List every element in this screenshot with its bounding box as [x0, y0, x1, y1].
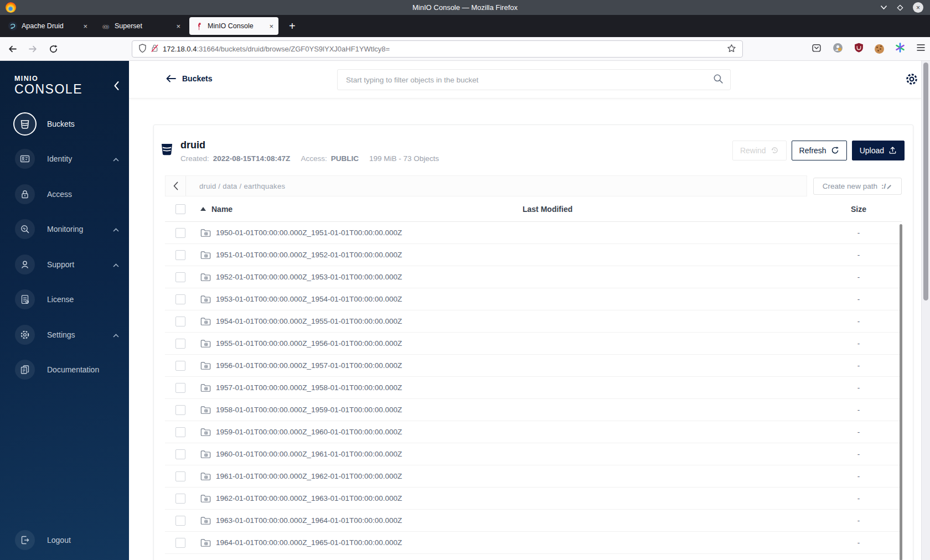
row-checkbox[interactable] — [175, 228, 185, 238]
sidebar-item-label: Identity — [47, 154, 72, 163]
object-row[interactable]: 1962-01-01T00:00:00.000Z_1963-01-01T00:0… — [165, 488, 902, 510]
row-checkbox[interactable] — [175, 317, 185, 326]
object-row[interactable]: 1964-01-01T00:00:00.000Z_1965-01-01T00:0… — [165, 532, 902, 554]
sidebar-item-label: Access — [47, 190, 72, 199]
object-row[interactable]: 1952-01-01T00:00:00.000Z_1953-01-01T00:0… — [165, 266, 902, 288]
chevron-up-icon[interactable] — [113, 330, 119, 339]
row-checkbox[interactable] — [175, 383, 185, 393]
object-row[interactable]: 1963-01-01T00:00:00.000Z_1964-01-01T00:0… — [165, 510, 902, 532]
object-row[interactable]: 1957-01-01T00:00:00.000Z_1958-01-01T00:0… — [165, 377, 902, 399]
tab-close-icon[interactable]: × — [80, 22, 87, 30]
chevron-up-icon[interactable] — [113, 154, 119, 163]
object-name: 1961-01-01T00:00:00.000Z_1962-01-01T00:0… — [216, 472, 402, 480]
tab-close-icon[interactable]: × — [173, 22, 180, 30]
row-checkbox[interactable] — [175, 427, 185, 437]
column-header-name[interactable]: Name — [196, 205, 523, 214]
row-checkbox[interactable] — [175, 494, 185, 504]
object-row[interactable]: 1961-01-01T00:00:00.000Z_1962-01-01T00:0… — [165, 465, 902, 488]
object-row[interactable]: 1950-01-01T00:00:00.000Z_1951-01-01T00:0… — [165, 222, 902, 244]
sidebar-collapse-icon[interactable] — [113, 81, 120, 93]
tab-minio-console[interactable]: MinIO Console × — [189, 17, 278, 35]
chevron-up-icon[interactable] — [113, 225, 119, 234]
bucket-name: druid — [180, 139, 439, 151]
forward-icon[interactable] — [24, 40, 41, 57]
upload-icon — [888, 146, 897, 154]
row-checkbox[interactable] — [175, 538, 185, 548]
window-minimize-icon[interactable] — [880, 5, 887, 10]
sidebar-item-buckets[interactable]: Buckets — [0, 106, 129, 142]
create-new-path-button[interactable]: Create new path :/ — [813, 178, 902, 195]
refresh-button[interactable]: Refresh — [792, 141, 847, 160]
select-all-checkbox[interactable] — [175, 204, 185, 214]
object-row[interactable]: 1951-01-01T00:00:00.000Z_1952-01-01T00:0… — [165, 244, 902, 266]
tab-close-icon[interactable]: × — [266, 22, 273, 30]
object-name: 1960-01-01T00:00:00.000Z_1961-01-01T00:0… — [216, 450, 402, 458]
back-icon[interactable] — [4, 40, 20, 57]
settings-gear-icon[interactable] — [905, 72, 919, 89]
ublock-shield-icon[interactable] — [854, 43, 864, 55]
menu-hamburger-icon[interactable] — [916, 44, 926, 54]
bookmark-star-icon[interactable] — [727, 44, 736, 55]
object-row[interactable]: 1958-01-01T00:00:00.000Z_1959-01-01T00:0… — [165, 399, 902, 421]
sidebar-item-label: License — [47, 295, 74, 304]
object-row[interactable]: 1960-01-01T00:00:00.000Z_1961-01-01T00:0… — [165, 443, 902, 465]
sidebar-item-license[interactable]: License — [0, 282, 129, 318]
refresh-icon — [831, 146, 839, 154]
path-back-icon[interactable] — [166, 176, 186, 196]
row-checkbox[interactable] — [175, 250, 185, 260]
object-row[interactable]: 1959-01-01T00:00:00.000Z_1960-01-01T00:0… — [165, 421, 902, 443]
row-checkbox[interactable] — [175, 449, 185, 459]
sidebar-item-monitoring[interactable]: Monitoring — [0, 212, 129, 247]
lock-insecure-icon[interactable] — [151, 44, 159, 54]
tab-superset[interactable]: ∞ Superset × — [96, 17, 185, 35]
row-checkbox[interactable] — [175, 471, 185, 481]
window-maximize-icon[interactable] — [896, 4, 904, 12]
shield-icon[interactable] — [138, 44, 147, 54]
object-name: 1956-01-01T00:00:00.000Z_1957-01-01T00:0… — [216, 361, 402, 370]
object-row[interactable]: 1956-01-01T00:00:00.000Z_1957-01-01T00:0… — [165, 355, 902, 377]
back-to-buckets-link[interactable]: Buckets — [166, 74, 212, 83]
window-close-icon[interactable]: × — [913, 2, 923, 13]
row-checkbox[interactable] — [175, 405, 185, 415]
reload-icon[interactable] — [45, 40, 61, 57]
row-checkbox[interactable] — [175, 516, 185, 526]
page-scrollbar[interactable] — [921, 61, 930, 560]
row-checkbox[interactable] — [175, 272, 185, 282]
rewind-label: Rewind — [740, 146, 766, 155]
sidebar-item-identity[interactable]: Identity — [0, 142, 129, 177]
row-checkbox[interactable] — [175, 294, 185, 304]
table-header: Name Last Modified Size — [165, 196, 902, 222]
page-scrollbar-thumb[interactable] — [923, 63, 928, 300]
upload-button[interactable]: Upload — [852, 141, 905, 160]
pocket-icon[interactable] — [812, 43, 822, 55]
object-row[interactable]: 1965-01-01T00:00:00.000Z_1966-01-01T00:0… — [165, 554, 902, 560]
search-input[interactable] — [346, 76, 713, 84]
object-row[interactable]: 1954-01-01T00:00:00.000Z_1955-01-01T00:0… — [165, 310, 902, 333]
sidebar-item-access[interactable]: Access — [0, 177, 129, 212]
object-row[interactable]: 1953-01-01T00:00:00.000Z_1954-01-01T00:0… — [165, 288, 902, 310]
column-header-last-modified[interactable]: Last Modified — [523, 205, 819, 214]
folder-icon — [200, 272, 211, 282]
url-bar[interactable]: 172.18.0.4:31664/buckets/druid/browse/ZG… — [132, 40, 743, 58]
asterisk-extension-icon[interactable] — [895, 43, 905, 55]
rewind-button[interactable]: Rewind — [732, 141, 787, 160]
breadcrumb[interactable]: druid / data / earthquakes — [186, 182, 285, 190]
object-size: - — [819, 339, 902, 348]
row-checkbox[interactable] — [175, 339, 185, 349]
sidebar-item-settings[interactable]: Settings — [0, 317, 129, 352]
gear-icon — [15, 325, 35, 345]
sidebar-item-support[interactable]: Support — [0, 247, 129, 282]
tab-apache-druid[interactable]: Apache Druid × — [3, 17, 92, 35]
sidebar-item-documentation[interactable]: Documentation — [0, 352, 129, 388]
sidebar-item-logout[interactable]: Logout — [15, 530, 71, 550]
object-row[interactable]: 1955-01-01T00:00:00.000Z_1956-01-01T00:0… — [165, 333, 902, 355]
cookie-icon[interactable] — [875, 44, 884, 54]
row-checkbox[interactable] — [175, 361, 185, 371]
sidebar-item-label: Support — [47, 260, 74, 269]
privacy-extension-icon[interactable] — [833, 43, 843, 55]
column-header-size[interactable]: Size — [819, 205, 902, 214]
new-tab-button[interactable]: + — [285, 20, 300, 33]
chevron-up-icon[interactable] — [113, 260, 119, 269]
page-header: Buckets — [129, 61, 921, 98]
table-scrollbar-thumb[interactable] — [900, 224, 902, 560]
